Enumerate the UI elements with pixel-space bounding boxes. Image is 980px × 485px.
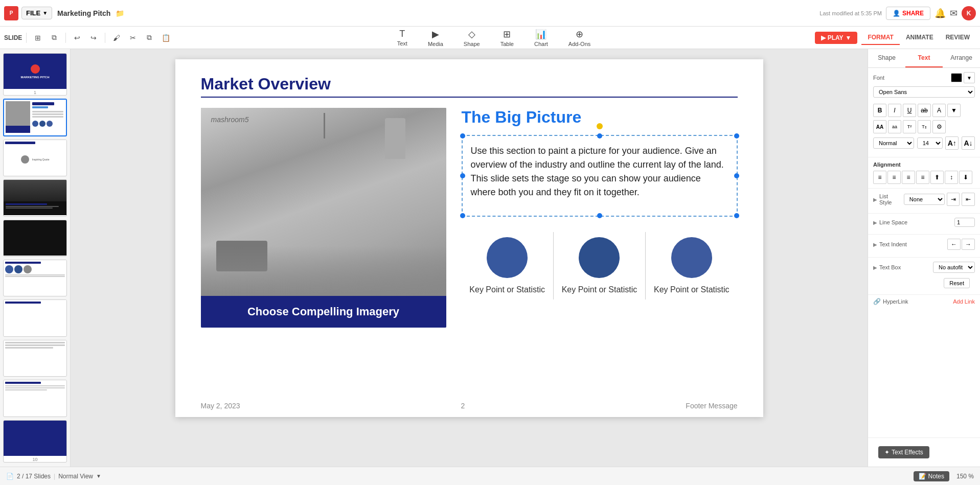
reset-button[interactable]: Reset (944, 278, 970, 288)
bold-button[interactable]: B (873, 104, 886, 117)
copy-icon[interactable]: ⧉ (142, 31, 156, 45)
new-slide-icon[interactable]: ⊞ (31, 31, 45, 45)
canvas-area: Market Overview mas (71, 49, 868, 467)
underline-button[interactable]: U (903, 104, 916, 117)
toolbar-text[interactable]: T Text (393, 27, 412, 49)
cut-icon[interactable]: ✂ (126, 31, 140, 45)
strikethrough-button[interactable]: ab (918, 104, 931, 117)
align-bottom-button[interactable]: ⬇ (959, 171, 972, 184)
redo-button[interactable]: ↪ (86, 31, 101, 45)
subscript-button[interactable]: T₂ (918, 120, 931, 133)
rotate-handle[interactable] (597, 123, 603, 129)
slide-thumb-5[interactable]: 5 (3, 220, 67, 257)
handle-tl[interactable] (460, 133, 465, 138)
tab-text[interactable]: Text (905, 49, 943, 67)
font-size-aa2[interactable]: aa (888, 120, 901, 133)
text-style-select[interactable]: Normal (873, 137, 914, 149)
align-left-button[interactable]: ≡ (873, 171, 886, 184)
paste-icon[interactable]: 📋 (158, 31, 173, 45)
paint-format-icon[interactable]: 🖌 (109, 31, 124, 45)
right-panel: Shape Text Arrange Font ▼ Open Sans (868, 49, 980, 467)
color-fill-button[interactable]: A (932, 104, 946, 117)
bottom-right: 📝 Notes 150 % (914, 471, 974, 481)
font-size-select[interactable]: 14 (917, 137, 943, 149)
slide-thumb-7[interactable]: 7 (3, 299, 67, 336)
tab-format[interactable]: FORMAT (861, 31, 899, 45)
user-avatar[interactable]: K (962, 6, 976, 20)
slide-thumb-10[interactable]: 10 Gallery (3, 420, 67, 463)
font-size-decrease[interactable]: A↓ (962, 136, 975, 150)
undo-button[interactable]: ↩ (70, 31, 84, 45)
superscript-button[interactable]: T² (903, 120, 916, 133)
slide-thumb-8[interactable]: 8 (3, 340, 67, 377)
play-button[interactable]: ▶ PLAY ▼ (815, 32, 858, 44)
list-indent-button[interactable]: ⇥ (947, 193, 960, 206)
view-mode-chevron[interactable]: ▼ (96, 473, 101, 479)
alignment-buttons: ≡ ≡ ≡ ≡ ⬆ ↕ ⬇ (873, 171, 975, 184)
notes-button[interactable]: 📝 Notes (914, 471, 949, 481)
font-name-select[interactable]: Open Sans (873, 86, 975, 98)
slide-thumb-3[interactable]: Inspiring Quote 3 (3, 140, 67, 176)
tab-arrange[interactable]: Arrange (943, 49, 980, 67)
toolbar-shape[interactable]: ◇ Shape (460, 27, 484, 49)
font-color-picker[interactable]: ▼ (964, 72, 975, 83)
list-outdent-button[interactable]: ⇤ (962, 193, 975, 206)
tab-animate[interactable]: ANIMATE (900, 31, 940, 45)
toolbar-media[interactable]: ▶ Media (424, 27, 447, 49)
handle-top[interactable] (597, 133, 602, 138)
duplicate-slide-icon[interactable]: ⧉ (47, 31, 61, 45)
handle-right[interactable] (734, 173, 739, 178)
tab-shape[interactable]: Shape (868, 49, 905, 67)
key-point-2: Key Point or Statistic (554, 232, 646, 299)
handle-left[interactable] (460, 173, 465, 178)
file-menu[interactable]: FILE ▼ (21, 7, 52, 19)
slide-title: Market Overview (201, 75, 738, 94)
body-text-box[interactable]: Use this section to paint a picture for … (462, 135, 738, 217)
folder-icon[interactable]: 📁 (116, 9, 124, 17)
toolbar-addons[interactable]: ⊕ Add-Ons (564, 27, 595, 49)
font-settings-button[interactable]: ⚙ (932, 120, 946, 133)
indent-increase-button[interactable]: → (962, 239, 975, 250)
mail-icon[interactable]: ✉ (950, 8, 958, 19)
align-right-button[interactable]: ≡ (902, 171, 915, 184)
list-style-select[interactable]: None (904, 194, 945, 205)
hyperlink-label: HyperLink (883, 298, 908, 305)
font-size-increase[interactable]: A↑ (945, 136, 959, 150)
handle-tr[interactable] (734, 133, 739, 138)
share-button[interactable]: 👤 SHARE (886, 7, 930, 20)
font-size-aa[interactable]: AA (873, 120, 886, 133)
slide-thumb-4[interactable]: 4 (3, 179, 67, 216)
highlight-button[interactable]: ▼ (947, 104, 961, 117)
italic-button[interactable]: I (888, 104, 901, 117)
text-effects-button[interactable]: ✦ Text Effects (878, 446, 929, 458)
indent-decrease-button[interactable]: ← (947, 239, 961, 250)
separator2 (65, 33, 66, 43)
handle-bottom[interactable] (597, 213, 602, 218)
last-modified: Last modified at 5:35 PM (819, 10, 882, 16)
align-top-button[interactable]: ⬆ (930, 171, 944, 184)
image-container[interactable]: mashroom5 Choose Compelling Imagery (201, 108, 446, 328)
tab-review[interactable]: REVIEW (940, 31, 976, 45)
slide-divider (201, 97, 738, 98)
slide-thumb-9[interactable]: 9 (3, 380, 67, 417)
align-middle-button[interactable]: ↕ (945, 171, 958, 184)
slide-thumb-2[interactable]: 2 (3, 99, 67, 136)
separator: | (54, 473, 55, 480)
notification-icon[interactable]: 🔔 (935, 8, 946, 19)
separator3 (105, 33, 105, 43)
toolbar-table[interactable]: ⊞ Table (496, 27, 518, 49)
add-link-button[interactable]: Add Link (953, 298, 975, 305)
line-space-section: ▶ Line Space (868, 214, 980, 235)
font-color-swatch[interactable] (951, 73, 962, 82)
slide-thumb-6[interactable]: 6 (3, 260, 67, 296)
font-section: Font ▼ Open Sans B I (868, 68, 980, 157)
view-mode[interactable]: Normal View (58, 473, 93, 480)
handle-br[interactable] (734, 213, 739, 218)
text-box-autofit-select[interactable]: No autofit (933, 262, 975, 273)
handle-bl[interactable] (460, 213, 465, 218)
line-space-input[interactable] (954, 218, 975, 227)
slide-thumb-1[interactable]: MARKETING PITCH 1 Gallery (3, 53, 67, 96)
align-center-button[interactable]: ≡ (887, 171, 901, 184)
toolbar-chart[interactable]: 📊 Chart (530, 27, 552, 49)
align-justify-button[interactable]: ≡ (916, 171, 929, 184)
